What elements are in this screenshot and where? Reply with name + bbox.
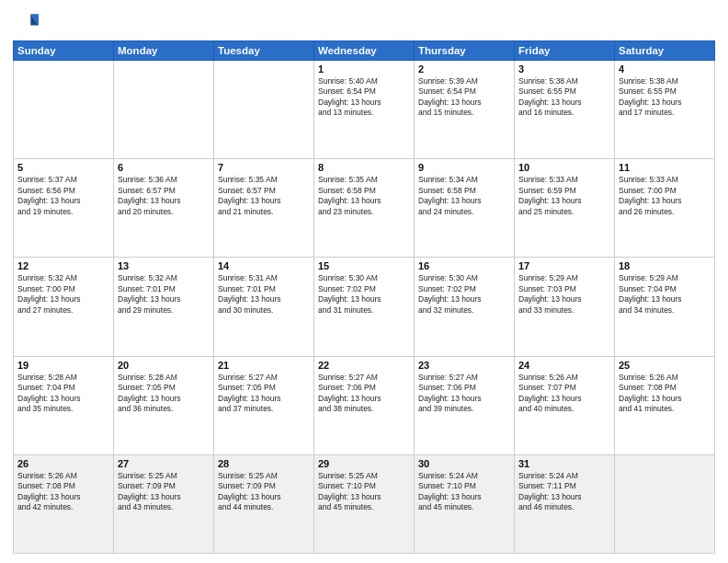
day-number: 1	[318, 63, 410, 75]
day-info: Sunrise: 5:32 AM Sunset: 7:01 PM Dayligh…	[118, 273, 210, 316]
day-cell: 5Sunrise: 5:37 AM Sunset: 6:56 PM Daylig…	[14, 159, 114, 258]
day-cell	[14, 61, 114, 159]
day-number: 3	[518, 63, 610, 75]
day-cell: 3Sunrise: 5:38 AM Sunset: 6:55 PM Daylig…	[515, 61, 615, 159]
day-cell: 8Sunrise: 5:35 AM Sunset: 6:58 PM Daylig…	[314, 159, 415, 258]
day-number: 6	[118, 162, 210, 173]
day-number: 19	[17, 360, 109, 371]
day-cell: 29Sunrise: 5:25 AM Sunset: 7:10 PM Dayli…	[314, 454, 415, 553]
day-number: 13	[118, 260, 210, 271]
day-cell: 19Sunrise: 5:28 AM Sunset: 7:04 PM Dayli…	[14, 356, 114, 454]
day-number: 7	[218, 162, 310, 173]
logo-icon	[13, 9, 39, 35]
day-number: 29	[318, 458, 410, 469]
day-info: Sunrise: 5:28 AM Sunset: 7:04 PM Dayligh…	[17, 373, 109, 415]
day-info: Sunrise: 5:32 AM Sunset: 7:00 PM Dayligh…	[17, 273, 109, 316]
header-cell-wednesday: Wednesday	[314, 41, 415, 61]
day-number: 12	[17, 260, 109, 271]
day-cell: 15Sunrise: 5:30 AM Sunset: 7:02 PM Dayli…	[314, 258, 415, 356]
day-info: Sunrise: 5:29 AM Sunset: 7:04 PM Dayligh…	[619, 273, 711, 316]
day-cell: 12Sunrise: 5:32 AM Sunset: 7:00 PM Dayli…	[14, 258, 114, 356]
day-cell: 22Sunrise: 5:27 AM Sunset: 7:06 PM Dayli…	[314, 356, 415, 454]
day-cell	[114, 61, 214, 159]
day-cell: 13Sunrise: 5:32 AM Sunset: 7:01 PM Dayli…	[114, 258, 214, 356]
header-cell-thursday: Thursday	[415, 41, 515, 61]
day-number: 5	[17, 162, 109, 173]
day-info: Sunrise: 5:30 AM Sunset: 7:02 PM Dayligh…	[318, 273, 410, 316]
day-cell: 14Sunrise: 5:31 AM Sunset: 7:01 PM Dayli…	[214, 258, 314, 356]
day-cell: 28Sunrise: 5:25 AM Sunset: 7:09 PM Dayli…	[214, 454, 314, 553]
week-row-1: 1Sunrise: 5:40 AM Sunset: 6:54 PM Daylig…	[14, 61, 715, 159]
day-info: Sunrise: 5:28 AM Sunset: 7:05 PM Dayligh…	[118, 373, 210, 415]
day-cell	[214, 61, 314, 159]
day-number: 15	[318, 260, 410, 271]
day-info: Sunrise: 5:25 AM Sunset: 7:10 PM Dayligh…	[318, 471, 410, 513]
day-cell: 30Sunrise: 5:24 AM Sunset: 7:10 PM Dayli…	[415, 454, 515, 553]
day-info: Sunrise: 5:26 AM Sunset: 7:07 PM Dayligh…	[518, 373, 610, 415]
page: SundayMondayTuesdayWednesdayThursdayFrid…	[0, 0, 728, 563]
day-number: 24	[518, 360, 610, 371]
day-cell: 1Sunrise: 5:40 AM Sunset: 6:54 PM Daylig…	[314, 61, 415, 159]
calendar-body: 1Sunrise: 5:40 AM Sunset: 6:54 PM Daylig…	[14, 61, 715, 554]
day-cell	[615, 454, 715, 553]
day-info: Sunrise: 5:24 AM Sunset: 7:11 PM Dayligh…	[518, 471, 610, 513]
week-row-4: 19Sunrise: 5:28 AM Sunset: 7:04 PM Dayli…	[14, 356, 715, 454]
day-info: Sunrise: 5:31 AM Sunset: 7:01 PM Dayligh…	[218, 273, 310, 316]
day-info: Sunrise: 5:33 AM Sunset: 7:00 PM Dayligh…	[619, 175, 711, 217]
header	[13, 9, 715, 35]
day-info: Sunrise: 5:33 AM Sunset: 6:59 PM Dayligh…	[518, 175, 610, 217]
day-number: 11	[619, 162, 711, 173]
day-info: Sunrise: 5:27 AM Sunset: 7:05 PM Dayligh…	[218, 373, 310, 415]
week-row-5: 26Sunrise: 5:26 AM Sunset: 7:08 PM Dayli…	[14, 454, 715, 553]
day-cell: 17Sunrise: 5:29 AM Sunset: 7:03 PM Dayli…	[515, 258, 615, 356]
day-info: Sunrise: 5:38 AM Sunset: 6:55 PM Dayligh…	[518, 76, 610, 119]
header-cell-tuesday: Tuesday	[214, 41, 314, 61]
day-info: Sunrise: 5:36 AM Sunset: 6:57 PM Dayligh…	[118, 175, 210, 217]
day-info: Sunrise: 5:24 AM Sunset: 7:10 PM Dayligh…	[418, 471, 510, 513]
day-cell: 18Sunrise: 5:29 AM Sunset: 7:04 PM Dayli…	[615, 258, 715, 356]
day-info: Sunrise: 5:26 AM Sunset: 7:08 PM Dayligh…	[17, 471, 109, 513]
day-cell: 7Sunrise: 5:35 AM Sunset: 6:57 PM Daylig…	[214, 159, 314, 258]
day-info: Sunrise: 5:30 AM Sunset: 7:02 PM Dayligh…	[418, 273, 510, 316]
day-number: 23	[418, 360, 510, 371]
day-number: 16	[418, 260, 510, 271]
day-number: 10	[518, 162, 610, 173]
header-cell-monday: Monday	[114, 41, 214, 61]
day-info: Sunrise: 5:29 AM Sunset: 7:03 PM Dayligh…	[518, 273, 610, 316]
day-number: 30	[418, 458, 510, 469]
day-info: Sunrise: 5:39 AM Sunset: 6:54 PM Dayligh…	[418, 76, 510, 119]
day-info: Sunrise: 5:27 AM Sunset: 7:06 PM Dayligh…	[318, 373, 410, 415]
day-info: Sunrise: 5:27 AM Sunset: 7:06 PM Dayligh…	[418, 373, 510, 415]
day-cell: 20Sunrise: 5:28 AM Sunset: 7:05 PM Dayli…	[114, 356, 214, 454]
day-cell: 26Sunrise: 5:26 AM Sunset: 7:08 PM Dayli…	[14, 454, 114, 553]
day-cell: 27Sunrise: 5:25 AM Sunset: 7:09 PM Dayli…	[114, 454, 214, 553]
day-cell: 21Sunrise: 5:27 AM Sunset: 7:05 PM Dayli…	[214, 356, 314, 454]
day-number: 28	[218, 458, 310, 469]
day-number: 21	[218, 360, 310, 371]
header-row: SundayMondayTuesdayWednesdayThursdayFrid…	[14, 41, 715, 61]
calendar-header: SundayMondayTuesdayWednesdayThursdayFrid…	[14, 41, 715, 61]
day-info: Sunrise: 5:26 AM Sunset: 7:08 PM Dayligh…	[619, 373, 711, 415]
day-cell: 25Sunrise: 5:26 AM Sunset: 7:08 PM Dayli…	[615, 356, 715, 454]
day-cell: 23Sunrise: 5:27 AM Sunset: 7:06 PM Dayli…	[415, 356, 515, 454]
day-number: 18	[619, 260, 711, 271]
day-cell: 24Sunrise: 5:26 AM Sunset: 7:07 PM Dayli…	[515, 356, 615, 454]
day-cell: 11Sunrise: 5:33 AM Sunset: 7:00 PM Dayli…	[615, 159, 715, 258]
day-number: 14	[218, 260, 310, 271]
day-number: 20	[118, 360, 210, 371]
day-number: 22	[318, 360, 410, 371]
day-cell: 9Sunrise: 5:34 AM Sunset: 6:58 PM Daylig…	[415, 159, 515, 258]
day-info: Sunrise: 5:25 AM Sunset: 7:09 PM Dayligh…	[118, 471, 210, 513]
week-row-2: 5Sunrise: 5:37 AM Sunset: 6:56 PM Daylig…	[14, 159, 715, 258]
day-number: 25	[619, 360, 711, 371]
header-cell-friday: Friday	[515, 41, 615, 61]
day-info: Sunrise: 5:37 AM Sunset: 6:56 PM Dayligh…	[17, 175, 109, 217]
day-cell: 6Sunrise: 5:36 AM Sunset: 6:57 PM Daylig…	[114, 159, 214, 258]
day-number: 31	[518, 458, 610, 469]
day-number: 9	[418, 162, 510, 173]
day-cell: 4Sunrise: 5:38 AM Sunset: 6:55 PM Daylig…	[615, 61, 715, 159]
day-cell: 2Sunrise: 5:39 AM Sunset: 6:54 PM Daylig…	[415, 61, 515, 159]
day-number: 26	[17, 458, 109, 469]
calendar-table: SundayMondayTuesdayWednesdayThursdayFrid…	[13, 40, 715, 554]
day-info: Sunrise: 5:38 AM Sunset: 6:55 PM Dayligh…	[619, 76, 711, 119]
